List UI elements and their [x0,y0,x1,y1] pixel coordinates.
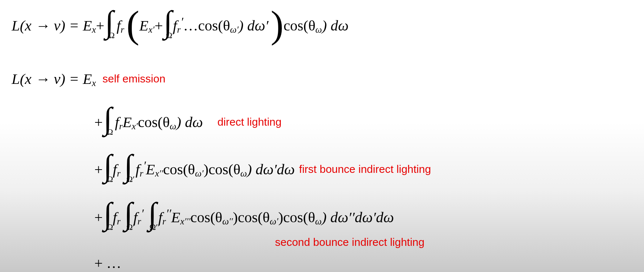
integral-icon: ∫Ω′′ [147,200,157,235]
row1-plus: + [94,113,103,131]
row3-plus: + [94,208,103,226]
equation-expanded-row3: + ∫Ω fr ∫Ω′ fr′ ∫Ω′′ fr′′ Ex′′′ cos(θω′′… [94,200,394,235]
eq1-lhs: L(x → v) = E [12,17,92,34]
eq1-Ex: E [139,17,148,34]
annotation-direct-lighting: direct lighting [217,116,282,128]
eq1-fr: f [116,17,120,34]
paren-left-icon: ( [127,10,140,39]
row0-lhs: L(x → v) = E [12,70,92,88]
eq1-fr2-sub: r [177,24,181,35]
paren-right-icon: ) [271,10,284,39]
equation-recursive: L(x → v) = Ex + ∫Ω fr ( Ex′ + ∫Ω′ fr′ … … [12,8,349,43]
eq1-cos2: cos(θ [283,17,315,34]
annotation-first-bounce: first bounce indirect lighting [299,163,431,175]
integral-icon: ∫Ω [105,8,114,43]
integral-icon: ∫Ω [103,200,112,235]
eq1-dots: … [183,17,198,34]
equation-expanded-row1: + ∫Ω fr Ex′ cos(θω) dω direct lighting [94,105,282,139]
eq1-plus1: + [96,17,104,34]
equation-expanded-row2: + ∫Ω fr ∫Ω′ fr′ Ex′′ cos(θω′) cos(θω) dω… [94,152,431,187]
integral-icon: ∫Ω′ [124,200,133,235]
row2-plus: + [94,161,103,178]
integral-icon: ∫Ω′ [164,8,172,43]
equation-expanded-row4: + … [94,254,121,272]
integral-icon: ∫Ω [103,105,112,139]
annotation-self-emission: self emission [102,73,165,85]
annotation-second-bounce: second bounce indirect lighting [275,236,424,248]
eq1-Ex-sub: x′ [148,24,155,35]
eq1-plus2: + [155,17,163,34]
eq1-fr-sub: r [121,24,124,35]
equation-expanded-row0: L(x → v) = Ex self emission [12,70,165,88]
eq1-lhs-sub: x [92,24,96,35]
integral-icon: ∫Ω [103,152,112,187]
row4-plus-dots: + … [94,254,121,272]
integral-icon: ∫Ω′ [124,152,133,187]
eq1-cos1: cos(θ [198,17,230,34]
